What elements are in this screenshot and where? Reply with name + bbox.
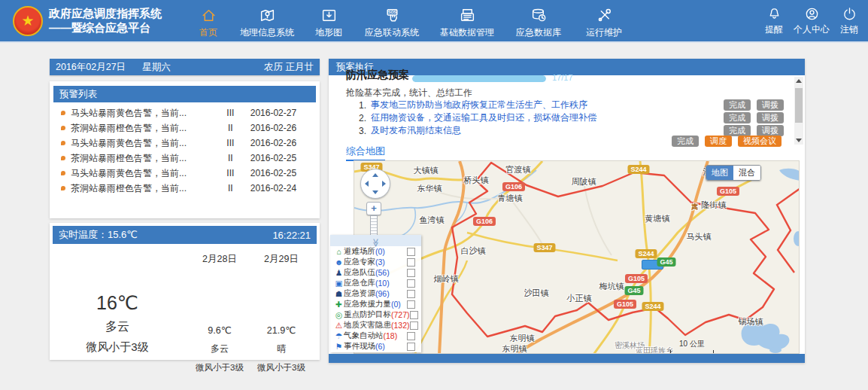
task-number: 3.: [359, 126, 371, 136]
map-pan-control[interactable]: [360, 169, 390, 199]
task-done-button[interactable]: 完成: [724, 125, 751, 136]
nav-item-emergency-linkage[interactable]: SOS 应急联动系统: [354, 2, 429, 39]
warning-row[interactable]: 茶洞站暴雨橙色告警，当前... II 2016-02-24: [53, 181, 316, 196]
legend-item[interactable]: ⌂ 避难场所 (0): [330, 246, 421, 257]
plan-name: 防汛应急预案: [346, 69, 409, 82]
forecast-wind: 微风小于3级: [189, 362, 250, 373]
legend-item-checkbox[interactable]: [407, 343, 415, 351]
task-allocate-button[interactable]: 调拨: [757, 112, 784, 123]
nav-label: 地形图: [315, 26, 342, 39]
calendar-lunar: 农历 正月廿: [264, 61, 314, 74]
legend-item-checkbox[interactable]: [407, 332, 415, 340]
task-allocate-button[interactable]: 调拨: [757, 99, 784, 111]
logout-button[interactable]: 注销: [835, 0, 863, 36]
scrollbar-thumb[interactable]: [795, 88, 803, 123]
legend-item[interactable]: ☂ 气象自动站 (18): [330, 331, 421, 341]
map-scale: 10 公里: [670, 339, 714, 354]
maintenance-icon: [596, 7, 613, 24]
warning-date: 2016-02-27: [246, 108, 316, 118]
nav-item-gis[interactable]: 地理信息系统: [231, 2, 303, 39]
scroll-down-arrow-icon[interactable]: [796, 139, 802, 142]
plan-scrollbar[interactable]: [794, 77, 803, 145]
legend-item-label: 应急仓库: [344, 278, 375, 288]
calendar-date: 2016年02月27日: [56, 61, 126, 74]
zoom-in-button[interactable]: +: [366, 202, 381, 215]
road-badge: G106: [473, 217, 496, 226]
legend-item[interactable]: ▣ 应急仓库 (10): [330, 278, 421, 288]
warning-date: 2016-02-24: [246, 183, 316, 193]
warning-row[interactable]: 茶洞站暴雨橙色告警，当前... II 2016-02-25: [53, 151, 316, 166]
nav-item-home[interactable]: 首页: [186, 2, 231, 39]
legend-item-checkbox[interactable]: [407, 269, 415, 277]
task-text[interactable]: 征用物资设备，交通运输工具及时归还，损坏做合理补偿: [371, 111, 687, 124]
legend-item-icon: ◎: [334, 309, 344, 320]
legend-item[interactable]: ⚠ 地质灾害隐患 (132): [330, 320, 421, 331]
warning-row[interactable]: 茶洞站暴雨橙色告警，当前... II 2016-02-26: [53, 120, 316, 136]
legend-item[interactable]: ☗ 应急资源 (96): [330, 288, 421, 299]
database-icon: [530, 7, 548, 24]
profile-button[interactable]: 个人中心: [788, 0, 835, 36]
pan-south-icon[interactable]: [372, 190, 378, 194]
task-text[interactable]: 及时发布汛期结束信息: [371, 124, 687, 137]
nav-item-terrain-map[interactable]: 地形图: [303, 2, 354, 39]
pan-west-icon[interactable]: [365, 181, 369, 187]
legend-item[interactable]: ♟ 应急队伍 (56): [330, 267, 421, 278]
map-type-hybrid-button[interactable]: 混合: [733, 166, 760, 180]
geo-map-icon: [259, 7, 276, 24]
dispatch-button[interactable]: 调度: [705, 136, 732, 147]
task-done-button[interactable]: 完成: [724, 112, 751, 123]
home-icon: [200, 7, 217, 24]
nav-label: 应急数据库: [516, 26, 561, 39]
plan-summary: 抢险基本完成，统计、总结工作: [346, 87, 472, 99]
app-title: 政府应急调度指挥系统 ——暨综合应急平台: [49, 7, 162, 35]
legend-item[interactable]: ✚ 应急救援力量 (0): [330, 299, 421, 309]
scroll-up-arrow-icon[interactable]: [796, 79, 802, 83]
map-type-map-button[interactable]: 地图: [706, 166, 733, 180]
legend-collapse-header[interactable]: ≫: [330, 235, 421, 246]
legend-item-checkbox[interactable]: [407, 300, 415, 309]
weather-today: 16℃ 多云 微风小于3级: [65, 292, 170, 355]
nav-item-emergency-db[interactable]: 应急数据库: [505, 2, 572, 39]
legend-item-checkbox[interactable]: [410, 311, 418, 319]
collapse-chevron-icon: ≫: [371, 239, 381, 248]
warning-row[interactable]: 马头站暴雨黄色告警，当前... III 2016-02-26: [53, 136, 316, 151]
legend-item-icon: ☻: [334, 257, 344, 267]
road-badge: G106: [502, 182, 525, 191]
legend-item-checkbox[interactable]: [407, 290, 415, 298]
legend-item[interactable]: ☻ 应急专家 (3): [330, 257, 421, 267]
pan-east-icon[interactable]: [382, 181, 386, 187]
warning-row[interactable]: 马头站暴雨黄色告警，当前... III 2016-02-27: [53, 105, 316, 120]
legend-item-checkbox[interactable]: [407, 248, 415, 256]
task-text[interactable]: 事发地三防协助当地政府恢复正常生活生产、工作秩序: [371, 99, 687, 111]
tab-integrated-map[interactable]: 综合地图: [346, 145, 385, 161]
legend-item-label: 气象自动站: [344, 331, 384, 341]
legend-item-label: 避难场所: [344, 246, 375, 257]
legend-item-count: (6): [375, 342, 385, 351]
forecast-wind: 微风小于3级: [250, 362, 312, 373]
legend-item-count: (18): [384, 331, 398, 340]
task-allocate-button[interactable]: 调拨: [757, 125, 784, 136]
notifications-button[interactable]: 提醒: [760, 0, 788, 36]
legend-item-checkbox[interactable]: [407, 279, 415, 288]
warning-date: 2016-02-25: [246, 168, 316, 178]
legend-item-checkbox[interactable]: [410, 321, 418, 330]
pan-north-icon[interactable]: [372, 173, 378, 177]
legend-item[interactable]: ⚑ 事件现场 (6): [330, 341, 421, 352]
plan-task-row: 1. 事发地三防协助当地政府恢复正常生活生产、工作秩序 完成 调拨: [359, 99, 790, 111]
nav-item-maintenance[interactable]: 运行维护: [572, 2, 636, 39]
task-done-button[interactable]: 完成: [724, 99, 751, 111]
warning-panel-header: 预警列表: [53, 86, 316, 102]
plan-task-row: 2. 征用物资设备，交通运输工具及时归还，损坏做合理补偿 完成 调拨: [359, 111, 790, 124]
legend-item-checkbox[interactable]: [407, 258, 415, 267]
user-area: 提醒 个人中心 注销: [760, 0, 863, 41]
warning-row[interactable]: 马头站暴雨黄色告警，当前... III 2016-02-25: [53, 166, 316, 181]
nav-label: 基础数据管理: [440, 26, 494, 39]
warning-panel-title: 预警列表: [59, 88, 97, 101]
warning-date: 2016-02-25: [246, 153, 316, 163]
legend-item[interactable]: ◎ 重点防护目标 (727): [330, 309, 421, 320]
video-conference-button[interactable]: 视频会议: [738, 136, 782, 147]
nav-item-base-data[interactable]: 基础数据管理: [429, 2, 505, 39]
app-title-line1: 政府应急调度指挥系统: [49, 7, 162, 21]
data-doc-icon: [459, 7, 476, 24]
done-button[interactable]: 完成: [672, 136, 699, 147]
